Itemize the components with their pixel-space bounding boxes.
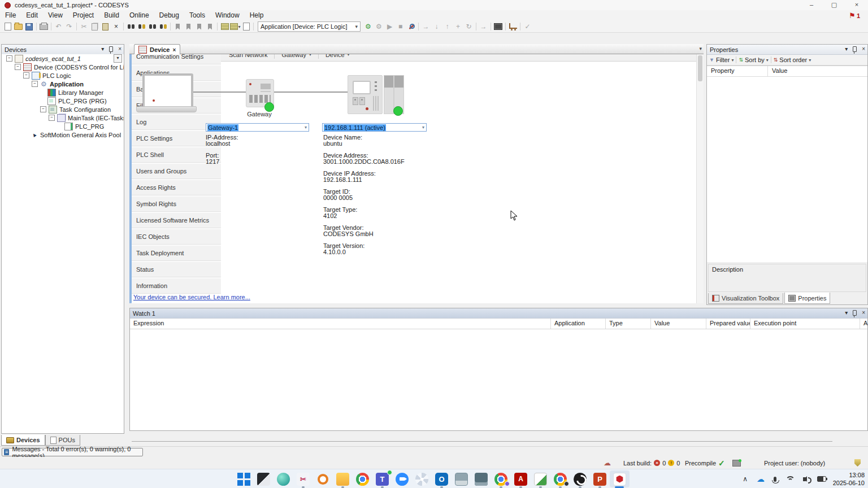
minimize-button[interactable]: – <box>800 0 823 10</box>
start-button[interactable] <box>234 470 254 487</box>
properties-pin-button[interactable] <box>853 46 857 52</box>
undo-button[interactable]: ↶ <box>53 22 64 32</box>
menu-project[interactable]: Project <box>68 10 99 21</box>
device-nav-item[interactable]: Symbol Rights <box>132 197 221 212</box>
menu-help[interactable]: Help <box>245 10 269 21</box>
device-nav-item[interactable]: Access Rights <box>132 180 221 195</box>
new-project-button[interactable] <box>2 22 13 32</box>
tree-item-device[interactable]: − Device (CODESYS Control for Linux SL) <box>2 63 124 71</box>
find-in-project-button[interactable] <box>147 22 158 32</box>
bookmark-clear-button[interactable] <box>205 22 215 32</box>
device-security-link[interactable]: Your device can be secured. Learn more..… <box>133 294 250 300</box>
close-button[interactable]: × <box>845 0 868 10</box>
logout-button[interactable]: ⚙ <box>374 22 384 32</box>
property-column-header[interactable]: Property <box>707 66 768 76</box>
microphone-icon[interactable] <box>774 477 776 482</box>
menu-window[interactable]: Window <box>210 10 245 21</box>
start-button[interactable]: ▶ <box>384 22 395 32</box>
build-button[interactable] <box>406 22 416 32</box>
tree-item-project[interactable]: − codesys_ecat_tut_1 ▾ <box>2 54 124 63</box>
close-tab-icon[interactable]: × <box>172 47 176 53</box>
onedrive-icon[interactable]: ☁ <box>757 474 765 483</box>
run-to-cursor-button[interactable]: + <box>453 22 463 32</box>
device-nav-item[interactable]: Status <box>132 262 221 277</box>
collapse-icon[interactable]: − <box>15 64 21 70</box>
tree-item-plc-prg-call[interactable]: PLC_PRG <box>2 122 124 130</box>
filter-button[interactable]: ▼ Filter ▾ <box>709 56 734 63</box>
cloud-sync-icon[interactable]: ☁ <box>604 459 611 467</box>
column-prepared-value[interactable]: Prepared value <box>706 319 750 329</box>
tree-dropdown-button[interactable]: ▾ <box>114 54 122 63</box>
taskbar-obs[interactable] <box>570 470 590 487</box>
taskbar-chrome-profile-1[interactable] <box>491 470 511 487</box>
taskbar-snipping-tool[interactable]: ✂ <box>293 470 313 487</box>
device-address-select[interactable]: 192.168.1.111 (active) ▾ <box>322 123 427 132</box>
column-application[interactable]: Application <box>551 319 606 329</box>
device-nav-item[interactable]: Information <box>132 278 221 294</box>
menu-debug[interactable]: Debug <box>154 10 184 21</box>
tab-pous[interactable]: POUs <box>45 435 80 446</box>
maximize-button[interactable]: ▢ <box>823 0 845 10</box>
reset-button[interactable]: ↻ <box>463 22 474 32</box>
tab-device-editor[interactable]: Device × <box>134 44 180 55</box>
project-user-status[interactable]: Project user: (nobody) <box>764 460 825 467</box>
tab-devices[interactable]: Devices <box>1 435 45 446</box>
new-object-button[interactable] <box>241 22 251 32</box>
open-project-button[interactable] <box>13 22 24 32</box>
device-nav-item[interactable]: Communication Settings <box>132 54 221 64</box>
tree-item-softmotion-axis-pool[interactable]: ▲ SoftMotion General Axis Pool <box>2 130 124 139</box>
taskbar-outlook[interactable]: O <box>432 470 452 487</box>
taskbar-remote-pc-app[interactable] <box>452 470 471 487</box>
taskbar-chrome-profile-2[interactable] <box>550 470 570 487</box>
collapse-icon[interactable]: − <box>6 55 12 62</box>
tree-item-plc-logic[interactable]: − PLC Logic <box>2 71 124 80</box>
download-cart-button[interactable] <box>507 22 518 32</box>
menu-edit[interactable]: Edit <box>21 10 43 21</box>
bookmark-prev-button[interactable] <box>194 22 205 32</box>
tree-item-maintask[interactable]: − MainTask (IEC-Tasks) <box>2 114 124 122</box>
horizontal-splitter[interactable] <box>132 441 832 442</box>
replace-button[interactable] <box>136 22 147 32</box>
device-nav-item[interactable]: Licensed Software Metrics <box>132 213 221 228</box>
messages-status-button[interactable]: ≡ Messages - Total 0 error(s), 0 warning… <box>2 448 143 456</box>
step-over-button[interactable]: → <box>420 22 431 32</box>
insert-table-button[interactable]: ▾ <box>230 22 241 32</box>
flow-control-button[interactable] <box>493 22 504 32</box>
collapse-icon[interactable]: − <box>23 72 29 79</box>
devices-close-button[interactable]: × <box>118 45 121 54</box>
step-out-button[interactable]: ↑ <box>442 22 453 32</box>
taskbar-app-dark[interactable] <box>254 470 274 487</box>
menu-build[interactable]: Build <box>99 10 124 21</box>
set-next-statement-button[interactable]: → <box>478 22 489 32</box>
sort-by-button[interactable]: ⇅ Sort by ▾ <box>739 56 768 63</box>
taskbar-zoom[interactable] <box>392 470 412 487</box>
column-type[interactable]: Type <box>606 319 651 329</box>
tab-properties[interactable]: Properties <box>784 293 830 304</box>
wifi-icon[interactable] <box>785 476 794 482</box>
taskbar-editor-app[interactable] <box>531 470 550 487</box>
taskbar-pinwheel-app[interactable] <box>412 470 432 487</box>
editor-scrollbar[interactable] <box>696 54 704 303</box>
stop-button[interactable]: ■ <box>395 22 406 32</box>
tree-item-task-configuration[interactable]: − Task Configuration <box>2 105 124 114</box>
check-syntax-button[interactable]: ✓ <box>522 22 533 32</box>
tree-item-plc-prg[interactable]: PLC_PRG (PRG) <box>2 97 124 105</box>
battery-icon[interactable] <box>817 476 826 482</box>
scrollbar-thumb[interactable] <box>698 55 702 81</box>
scan-network-button[interactable]: Scan Network <box>224 54 272 59</box>
watch-menu-button[interactable]: ▾ <box>845 308 848 317</box>
device-nav-item[interactable]: Task Deployment <box>132 246 221 261</box>
bookmark-next-button[interactable] <box>183 22 194 32</box>
print-button[interactable] <box>38 22 49 32</box>
watch-pin-button[interactable] <box>853 310 857 316</box>
collapse-icon[interactable]: − <box>40 106 46 112</box>
taskbar-teams[interactable]: T <box>372 470 392 487</box>
save-button[interactable] <box>24 22 34 32</box>
taskbar-file-explorer[interactable] <box>333 470 353 487</box>
column-expression[interactable]: Expression <box>130 319 551 329</box>
find-button[interactable] <box>125 22 136 32</box>
tab-list-dropdown[interactable]: ▾ <box>699 46 702 51</box>
devices-menu-button[interactable]: ▾ <box>101 45 104 54</box>
gateway-menu-button[interactable]: Gateway▾ <box>277 54 315 59</box>
column-address[interactable]: Ad <box>860 319 867 329</box>
